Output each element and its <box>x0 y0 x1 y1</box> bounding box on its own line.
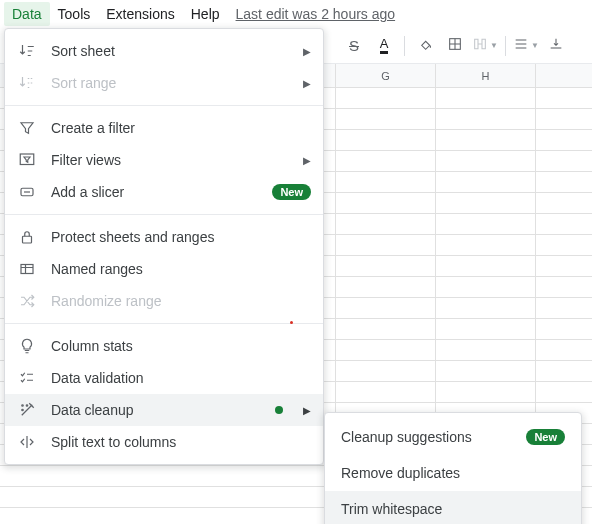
new-badge: New <box>272 184 311 200</box>
submenu-remove-duplicates-label: Remove duplicates <box>341 465 565 481</box>
cleanup-icon <box>17 400 37 420</box>
col-header-g[interactable]: G <box>336 64 436 87</box>
menu-filter-views-label: Filter views <box>51 152 289 168</box>
svg-point-6 <box>22 409 24 411</box>
submenu-arrow-icon: ▶ <box>303 155 311 166</box>
menu-named-ranges[interactable]: Named ranges <box>5 253 323 285</box>
menu-data-cleanup-label: Data cleanup <box>51 402 261 418</box>
new-indicator-dot <box>275 406 283 414</box>
last-edit-link[interactable]: Last edit was 2 hours ago <box>236 6 396 22</box>
submenu-cleanup-suggestions-label: Cleanup suggestions <box>341 429 516 445</box>
menu-tools[interactable]: Tools <box>50 2 99 26</box>
menu-randomize-range: Randomize range <box>5 285 323 317</box>
strikethrough-button[interactable]: S <box>342 34 366 58</box>
svg-rect-1 <box>20 154 34 165</box>
menu-help[interactable]: Help <box>183 2 228 26</box>
decorative-dot <box>290 321 293 324</box>
named-ranges-icon <box>17 259 37 279</box>
filter-icon <box>17 118 37 138</box>
text-color-button[interactable]: A <box>372 34 396 58</box>
menu-data-validation-label: Data validation <box>51 370 311 386</box>
submenu-trim-whitespace[interactable]: Trim whitespace <box>325 491 581 524</box>
borders-icon <box>447 36 463 55</box>
split-icon <box>17 432 37 452</box>
data-dropdown-menu: Sort sheet ▶ Sort range ▶ Create a filte… <box>4 28 324 465</box>
menu-data-validation[interactable]: Data validation <box>5 362 323 394</box>
svg-rect-4 <box>21 265 33 274</box>
svg-point-7 <box>26 405 28 407</box>
menu-add-slicer-label: Add a slicer <box>51 184 258 200</box>
menu-protect-sheets[interactable]: Protect sheets and ranges <box>5 221 323 253</box>
menu-randomize-range-label: Randomize range <box>51 293 311 309</box>
paint-bucket-icon <box>417 36 433 55</box>
checklist-icon <box>17 368 37 388</box>
horizontal-align-button[interactable]: ▼ <box>514 34 538 58</box>
sort-sheet-icon <box>17 41 37 61</box>
submenu-remove-duplicates[interactable]: Remove duplicates <box>325 455 581 491</box>
menu-protect-sheets-label: Protect sheets and ranges <box>51 229 311 245</box>
menu-data[interactable]: Data <box>4 2 50 26</box>
submenu-arrow-icon: ▶ <box>303 405 311 416</box>
filter-views-icon <box>17 150 37 170</box>
new-badge: New <box>526 429 565 445</box>
submenu-trim-whitespace-label: Trim whitespace <box>341 501 565 517</box>
fill-color-button[interactable] <box>413 34 437 58</box>
menu-filter-views[interactable]: Filter views ▶ <box>5 144 323 176</box>
align-icon <box>513 36 529 55</box>
shuffle-icon <box>17 291 37 311</box>
merge-icon <box>472 36 488 55</box>
submenu-arrow-icon: ▶ <box>303 78 311 89</box>
menu-sort-sheet[interactable]: Sort sheet ▶ <box>5 35 323 67</box>
svg-point-5 <box>22 405 24 407</box>
col-header-h[interactable]: H <box>436 64 536 87</box>
menu-data-cleanup[interactable]: Data cleanup ▶ <box>5 394 323 426</box>
menu-create-filter[interactable]: Create a filter <box>5 112 323 144</box>
menu-column-stats-label: Column stats <box>51 338 311 354</box>
menu-create-filter-label: Create a filter <box>51 120 311 136</box>
lightbulb-icon <box>17 336 37 356</box>
menu-sort-range-label: Sort range <box>51 75 289 91</box>
slicer-icon <box>17 182 37 202</box>
submenu-arrow-icon: ▶ <box>303 46 311 57</box>
vertical-align-button[interactable] <box>544 34 568 58</box>
menu-extensions[interactable]: Extensions <box>98 2 182 26</box>
svg-rect-3 <box>23 236 32 243</box>
menu-column-stats[interactable]: Column stats <box>5 330 323 362</box>
menu-sort-sheet-label: Sort sheet <box>51 43 289 59</box>
borders-button[interactable] <box>443 34 467 58</box>
sort-range-icon <box>17 73 37 93</box>
lock-icon <box>17 227 37 247</box>
menu-sort-range: Sort range ▶ <box>5 67 323 99</box>
menu-split-text[interactable]: Split text to columns <box>5 426 323 458</box>
menu-named-ranges-label: Named ranges <box>51 261 311 277</box>
data-cleanup-submenu: Cleanup suggestions New Remove duplicate… <box>324 412 582 524</box>
menubar: Data Tools Extensions Help Last edit was… <box>0 0 592 28</box>
submenu-cleanup-suggestions[interactable]: Cleanup suggestions New <box>325 419 581 455</box>
menu-split-text-label: Split text to columns <box>51 434 311 450</box>
menu-add-slicer[interactable]: Add a slicer New <box>5 176 323 208</box>
merge-cells-button[interactable]: ▼ <box>473 34 497 58</box>
valign-icon <box>548 36 564 55</box>
